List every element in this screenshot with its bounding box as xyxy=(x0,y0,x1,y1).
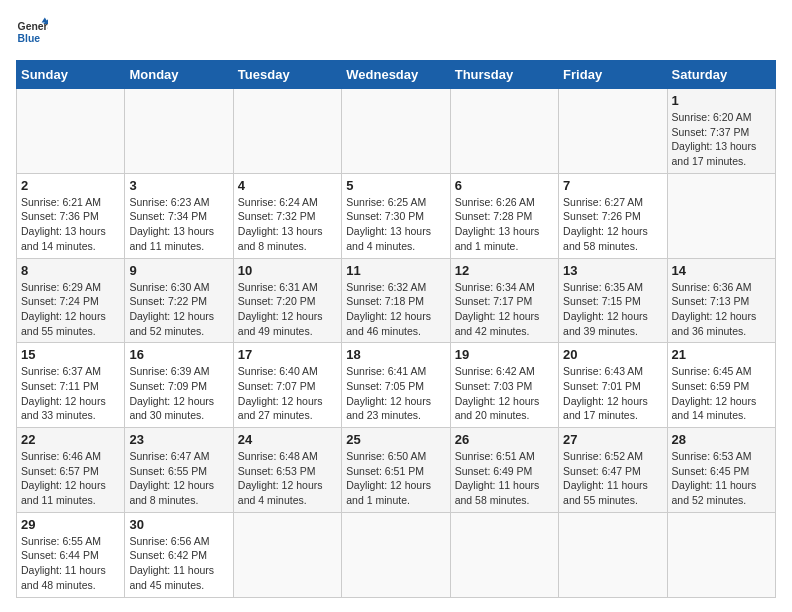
calendar-day: 23 Sunrise: 6:47 AMSunset: 6:55 PMDaylig… xyxy=(125,428,233,513)
calendar-day: 1 Sunrise: 6:20 AMSunset: 7:37 PMDayligh… xyxy=(667,89,775,174)
header-wednesday: Wednesday xyxy=(342,61,450,89)
day-info: Sunrise: 6:36 AMSunset: 7:13 PMDaylight:… xyxy=(672,280,771,339)
day-number: 28 xyxy=(672,432,771,447)
day-info: Sunrise: 6:50 AMSunset: 6:51 PMDaylight:… xyxy=(346,449,445,508)
calendar-day: 30 Sunrise: 6:56 AMSunset: 6:42 PMDaylig… xyxy=(125,512,233,597)
calendar-day: 10 Sunrise: 6:31 AMSunset: 7:20 PMDaylig… xyxy=(233,258,341,343)
calendar-day: 11 Sunrise: 6:32 AMSunset: 7:18 PMDaylig… xyxy=(342,258,450,343)
day-info: Sunrise: 6:30 AMSunset: 7:22 PMDaylight:… xyxy=(129,280,228,339)
calendar-day xyxy=(450,512,558,597)
empty-cell xyxy=(342,89,450,174)
day-info: Sunrise: 6:46 AMSunset: 6:57 PMDaylight:… xyxy=(21,449,120,508)
calendar-day xyxy=(342,512,450,597)
calendar-day: 25 Sunrise: 6:50 AMSunset: 6:51 PMDaylig… xyxy=(342,428,450,513)
calendar-day: 29 Sunrise: 6:55 AMSunset: 6:44 PMDaylig… xyxy=(17,512,125,597)
day-info: Sunrise: 6:32 AMSunset: 7:18 PMDaylight:… xyxy=(346,280,445,339)
calendar-day xyxy=(667,173,775,258)
day-info: Sunrise: 6:34 AMSunset: 7:17 PMDaylight:… xyxy=(455,280,554,339)
day-info: Sunrise: 6:40 AMSunset: 7:07 PMDaylight:… xyxy=(238,364,337,423)
calendar-day xyxy=(559,512,667,597)
day-number: 8 xyxy=(21,263,120,278)
header-thursday: Thursday xyxy=(450,61,558,89)
calendar-day: 28 Sunrise: 6:53 AMSunset: 6:45 PMDaylig… xyxy=(667,428,775,513)
day-info: Sunrise: 6:37 AMSunset: 7:11 PMDaylight:… xyxy=(21,364,120,423)
calendar-row: 29 Sunrise: 6:55 AMSunset: 6:44 PMDaylig… xyxy=(17,512,776,597)
calendar-day: 4 Sunrise: 6:24 AMSunset: 7:32 PMDayligh… xyxy=(233,173,341,258)
empty-cell xyxy=(125,89,233,174)
day-info: Sunrise: 6:48 AMSunset: 6:53 PMDaylight:… xyxy=(238,449,337,508)
calendar-day: 17 Sunrise: 6:40 AMSunset: 7:07 PMDaylig… xyxy=(233,343,341,428)
day-number: 1 xyxy=(672,93,771,108)
day-info: Sunrise: 6:26 AMSunset: 7:28 PMDaylight:… xyxy=(455,195,554,254)
day-number: 2 xyxy=(21,178,120,193)
day-number: 3 xyxy=(129,178,228,193)
day-number: 18 xyxy=(346,347,445,362)
calendar-row: 22 Sunrise: 6:46 AMSunset: 6:57 PMDaylig… xyxy=(17,428,776,513)
calendar-day: 3 Sunrise: 6:23 AMSunset: 7:34 PMDayligh… xyxy=(125,173,233,258)
day-number: 10 xyxy=(238,263,337,278)
day-number: 16 xyxy=(129,347,228,362)
day-info: Sunrise: 6:43 AMSunset: 7:01 PMDaylight:… xyxy=(563,364,662,423)
day-info: Sunrise: 6:47 AMSunset: 6:55 PMDaylight:… xyxy=(129,449,228,508)
calendar-day: 5 Sunrise: 6:25 AMSunset: 7:30 PMDayligh… xyxy=(342,173,450,258)
calendar-row: 15 Sunrise: 6:37 AMSunset: 7:11 PMDaylig… xyxy=(17,343,776,428)
calendar-day: 15 Sunrise: 6:37 AMSunset: 7:11 PMDaylig… xyxy=(17,343,125,428)
day-number: 7 xyxy=(563,178,662,193)
day-info: Sunrise: 6:27 AMSunset: 7:26 PMDaylight:… xyxy=(563,195,662,254)
header-tuesday: Tuesday xyxy=(233,61,341,89)
day-number: 22 xyxy=(21,432,120,447)
header-sunday: Sunday xyxy=(17,61,125,89)
calendar-day: 24 Sunrise: 6:48 AMSunset: 6:53 PMDaylig… xyxy=(233,428,341,513)
calendar-day xyxy=(233,512,341,597)
day-number: 24 xyxy=(238,432,337,447)
day-info: Sunrise: 6:39 AMSunset: 7:09 PMDaylight:… xyxy=(129,364,228,423)
day-info: Sunrise: 6:24 AMSunset: 7:32 PMDaylight:… xyxy=(238,195,337,254)
day-info: Sunrise: 6:25 AMSunset: 7:30 PMDaylight:… xyxy=(346,195,445,254)
calendar-day: 8 Sunrise: 6:29 AMSunset: 7:24 PMDayligh… xyxy=(17,258,125,343)
calendar-day: 7 Sunrise: 6:27 AMSunset: 7:26 PMDayligh… xyxy=(559,173,667,258)
calendar-day: 13 Sunrise: 6:35 AMSunset: 7:15 PMDaylig… xyxy=(559,258,667,343)
header-monday: Monday xyxy=(125,61,233,89)
calendar-day: 16 Sunrise: 6:39 AMSunset: 7:09 PMDaylig… xyxy=(125,343,233,428)
day-number: 4 xyxy=(238,178,337,193)
day-info: Sunrise: 6:35 AMSunset: 7:15 PMDaylight:… xyxy=(563,280,662,339)
day-number: 9 xyxy=(129,263,228,278)
day-number: 15 xyxy=(21,347,120,362)
day-info: Sunrise: 6:45 AMSunset: 6:59 PMDaylight:… xyxy=(672,364,771,423)
empty-cell xyxy=(233,89,341,174)
day-number: 20 xyxy=(563,347,662,362)
calendar-table: SundayMondayTuesdayWednesdayThursdayFrid… xyxy=(16,60,776,598)
day-info: Sunrise: 6:29 AMSunset: 7:24 PMDaylight:… xyxy=(21,280,120,339)
day-info: Sunrise: 6:51 AMSunset: 6:49 PMDaylight:… xyxy=(455,449,554,508)
calendar-day: 14 Sunrise: 6:36 AMSunset: 7:13 PMDaylig… xyxy=(667,258,775,343)
day-number: 23 xyxy=(129,432,228,447)
svg-text:Blue: Blue xyxy=(18,33,41,44)
day-info: Sunrise: 6:52 AMSunset: 6:47 PMDaylight:… xyxy=(563,449,662,508)
day-number: 12 xyxy=(455,263,554,278)
day-info: Sunrise: 6:53 AMSunset: 6:45 PMDaylight:… xyxy=(672,449,771,508)
logo-icon: General Blue xyxy=(16,16,48,48)
day-number: 14 xyxy=(672,263,771,278)
empty-cell xyxy=(450,89,558,174)
day-number: 21 xyxy=(672,347,771,362)
calendar-day: 6 Sunrise: 6:26 AMSunset: 7:28 PMDayligh… xyxy=(450,173,558,258)
calendar-day: 20 Sunrise: 6:43 AMSunset: 7:01 PMDaylig… xyxy=(559,343,667,428)
day-number: 19 xyxy=(455,347,554,362)
day-info: Sunrise: 6:20 AMSunset: 7:37 PMDaylight:… xyxy=(672,110,771,169)
day-number: 13 xyxy=(563,263,662,278)
calendar-day: 12 Sunrise: 6:34 AMSunset: 7:17 PMDaylig… xyxy=(450,258,558,343)
calendar-day: 26 Sunrise: 6:51 AMSunset: 6:49 PMDaylig… xyxy=(450,428,558,513)
page-header: General Blue xyxy=(16,16,776,48)
day-info: Sunrise: 6:55 AMSunset: 6:44 PMDaylight:… xyxy=(21,534,120,593)
day-number: 17 xyxy=(238,347,337,362)
logo: General Blue xyxy=(16,16,48,48)
day-number: 27 xyxy=(563,432,662,447)
calendar-day: 2 Sunrise: 6:21 AMSunset: 7:36 PMDayligh… xyxy=(17,173,125,258)
calendar-header-row: SundayMondayTuesdayWednesdayThursdayFrid… xyxy=(17,61,776,89)
calendar-day: 19 Sunrise: 6:42 AMSunset: 7:03 PMDaylig… xyxy=(450,343,558,428)
calendar-day xyxy=(667,512,775,597)
calendar-day: 21 Sunrise: 6:45 AMSunset: 6:59 PMDaylig… xyxy=(667,343,775,428)
calendar-day: 18 Sunrise: 6:41 AMSunset: 7:05 PMDaylig… xyxy=(342,343,450,428)
day-number: 25 xyxy=(346,432,445,447)
day-info: Sunrise: 6:41 AMSunset: 7:05 PMDaylight:… xyxy=(346,364,445,423)
